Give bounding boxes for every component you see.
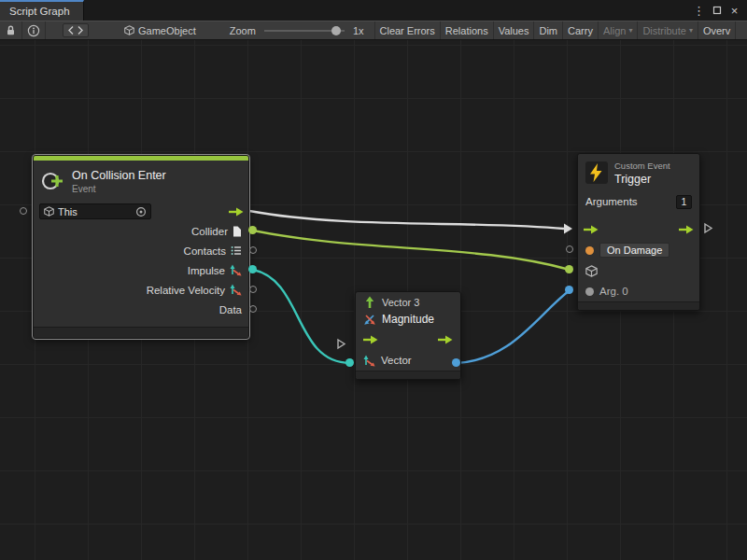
chevron-down-icon: ▾ xyxy=(689,26,693,35)
collider-output-port[interactable] xyxy=(248,226,257,234)
object-picker-icon[interactable] xyxy=(135,206,147,217)
align-dropdown[interactable]: Align ▾ xyxy=(598,21,638,39)
port-label-relative-velocity: Relative Velocity xyxy=(147,285,225,296)
event-name-input-port[interactable] xyxy=(566,245,573,253)
node-vector3-magnitude[interactable]: Vector 3 Magnitude xyxy=(355,291,461,380)
dim-button[interactable]: Dim xyxy=(533,21,563,39)
this-value: This xyxy=(58,206,78,217)
node-title: On Collision Enter xyxy=(72,169,166,182)
node-footer xyxy=(356,371,460,379)
node-title: Vector 3 xyxy=(382,297,419,308)
file-icon xyxy=(233,226,242,237)
vector3-icon xyxy=(363,296,376,309)
distribute-dropdown[interactable]: Distribute ▾ xyxy=(637,21,698,39)
custom-event-icon xyxy=(585,161,608,184)
trigger-flow-output-indicator[interactable] xyxy=(703,222,713,234)
event-name-port-dot[interactable] xyxy=(585,246,594,255)
wire-magnitude-to-arg0[interactable] xyxy=(457,290,570,363)
wire-flow-arrowhead xyxy=(564,224,572,234)
node-subtitle: Event xyxy=(72,184,166,194)
relative-velocity-output-port[interactable] xyxy=(249,286,257,293)
node-title: Trigger xyxy=(614,173,670,186)
arg0-port-dot[interactable] xyxy=(585,287,594,296)
overview-button[interactable]: Overv xyxy=(698,21,736,39)
edit-graph-button[interactable] xyxy=(63,23,89,37)
inspect-button[interactable] xyxy=(22,21,46,39)
arguments-label: Arguments xyxy=(585,196,638,207)
flow-output-port[interactable] xyxy=(229,207,244,217)
tab-title: Script Graph xyxy=(9,6,70,17)
magnitude-icon xyxy=(363,313,376,326)
tab-bar: Script Graph ⋮ × xyxy=(0,0,747,21)
gameobject-selector[interactable]: GameObject xyxy=(120,21,200,39)
menu-icon[interactable]: ⋮ xyxy=(691,2,707,19)
port-label-collider: Collider xyxy=(191,226,228,237)
relations-button[interactable]: Relations xyxy=(440,21,494,39)
gameobject-label: GameObject xyxy=(138,25,196,36)
port-label-contacts: Contacts xyxy=(184,245,226,257)
vector-axes-icon xyxy=(230,284,242,296)
close-icon[interactable]: × xyxy=(726,2,742,19)
lock-icon xyxy=(5,24,17,36)
maximize-icon[interactable] xyxy=(709,2,725,19)
graph-canvas[interactable]: On Collision Enter Event This xyxy=(0,40,747,560)
code-icon xyxy=(68,25,83,35)
info-icon xyxy=(27,24,40,37)
vector-axes-icon xyxy=(363,355,375,367)
wire-flow[interactable] xyxy=(249,211,564,229)
contacts-output-port[interactable] xyxy=(249,246,257,254)
port-label-impulse: Impulse xyxy=(188,265,225,276)
clear-errors-button[interactable]: Clear Errors xyxy=(374,21,441,39)
collision-target-input-port[interactable] xyxy=(20,207,27,215)
node-on-collision-enter[interactable]: On Collision Enter Event This xyxy=(33,155,249,339)
values-button[interactable]: Values xyxy=(493,21,535,39)
port-label-data: Data xyxy=(219,304,242,315)
unity-window: Script Graph ⋮ × xyxy=(0,0,747,560)
vector-axes-icon xyxy=(230,264,242,276)
event-arg0-input-port[interactable] xyxy=(565,286,573,294)
node-footer xyxy=(34,327,248,338)
chevron-down-icon: ▾ xyxy=(628,26,632,35)
cube-icon xyxy=(585,265,598,277)
flow-input-port[interactable] xyxy=(584,225,599,234)
node-kind: Custom Event xyxy=(614,161,670,171)
event-target-input-port[interactable] xyxy=(565,265,573,273)
port-label-arg0: Arg. 0 xyxy=(599,286,628,297)
this-object-field[interactable]: This xyxy=(39,203,151,219)
lock-button[interactable] xyxy=(0,21,22,39)
event-name-field[interactable]: On Damage xyxy=(599,243,669,258)
zoom-slider-knob[interactable] xyxy=(331,26,341,35)
list-icon xyxy=(231,245,242,256)
impulse-output-port[interactable] xyxy=(248,265,257,273)
node-divider xyxy=(578,212,699,219)
zoom-value: 1x xyxy=(349,21,368,39)
flow-output-port[interactable] xyxy=(679,225,694,234)
port-label-vector: Vector xyxy=(381,355,412,366)
cube-icon xyxy=(44,206,54,217)
zoom-slider[interactable] xyxy=(264,30,345,32)
node-operation: Magnitude xyxy=(382,313,434,326)
node-trigger-custom-event[interactable]: Custom Event Trigger Arguments 1 On Dama… xyxy=(577,153,700,311)
zoom-label: Zoom xyxy=(226,21,260,39)
arguments-count-field[interactable]: 1 xyxy=(676,195,692,209)
event-icon xyxy=(41,169,65,193)
graph-toolbar: GameObject Zoom 1x Clear Errors Relation… xyxy=(0,21,747,40)
tab-script-graph[interactable]: Script Graph xyxy=(0,0,84,21)
window-controls: ⋮ × xyxy=(691,0,747,21)
vector-input-port[interactable] xyxy=(345,358,354,367)
flow-output-port[interactable] xyxy=(438,335,453,344)
magnitude-output-port[interactable] xyxy=(452,358,460,367)
carry-button[interactable]: Carry xyxy=(562,21,599,39)
node-footer xyxy=(578,301,699,310)
flow-input-port[interactable] xyxy=(363,335,378,344)
data-output-port[interactable] xyxy=(249,305,257,313)
cube-icon xyxy=(124,25,134,35)
vector-flow-input-indicator[interactable] xyxy=(336,338,346,350)
wire-collider-to-event-target[interactable] xyxy=(253,231,570,270)
